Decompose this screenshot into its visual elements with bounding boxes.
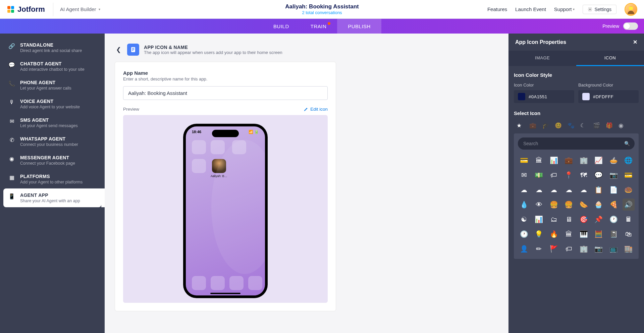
icon-option[interactable]: 💧 — [518, 199, 530, 211]
icon-option[interactable]: 🌭 — [578, 199, 590, 211]
icon-option[interactable]: 🔥 — [548, 228, 560, 240]
icon-option[interactable]: 🏢 — [578, 243, 590, 255]
icon-option[interactable]: 🌐 — [623, 154, 635, 166]
sidebar-item-voice-agent[interactable]: 🎙 VOICE AGENT Add voice Agent to your we… — [3, 95, 101, 113]
icon-option[interactable]: 🍔 — [548, 199, 560, 211]
agent-builder-dropdown[interactable]: AI Agent Builder ▾ — [60, 6, 101, 12]
panel-tab-icon[interactable]: ICON — [576, 51, 644, 66]
icon-option[interactable]: ☁ — [563, 184, 575, 196]
sidebar-item-sms-agent[interactable]: ✉ SMS AGENT Let your Agent send messages — [3, 113, 101, 132]
sidebar-item-standalone[interactable]: 🔗 STANDALONE Direct agent link and socia… — [3, 38, 101, 57]
sidebar-item-whatsapp-agent[interactable]: ✆ WHATSAPP AGENT Connect your business n… — [3, 132, 101, 151]
close-panel-button[interactable]: ✕ — [633, 39, 637, 45]
icon-color-input[interactable]: #0A1551 — [514, 90, 574, 103]
icon-option[interactable]: 🍕 — [607, 199, 620, 211]
icon-option[interactable]: 📋 — [593, 184, 605, 196]
icon-option[interactable]: ☁ — [518, 184, 530, 196]
sidebar-item-agent-app[interactable]: 📱 AGENT APP Share your AI Agent with an … — [3, 188, 101, 207]
icon-option[interactable]: 📌 — [593, 213, 605, 225]
icon-option[interactable]: 🏛 — [533, 154, 545, 166]
icon-option[interactable]: 🗺 — [578, 169, 590, 181]
sidebar-item-desc: Share your AI Agent with an app — [20, 199, 80, 203]
sidebar-item-messenger-agent[interactable]: ◉ MESSENGER AGENT Connect your Facebook … — [3, 151, 101, 170]
icon-category-tab[interactable]: ★ — [517, 122, 523, 128]
icon-option[interactable]: 💬 — [593, 169, 605, 181]
icon-option[interactable]: 📈 — [593, 154, 605, 166]
sidebar-item-chatbot-agent[interactable]: 💬 CHATBOT AGENT Add interactive chatbot … — [3, 57, 101, 76]
icon-option[interactable]: 👁 — [533, 199, 545, 211]
icon-option[interactable]: 💳 — [623, 169, 635, 181]
icon-option[interactable]: 🗂 — [548, 213, 560, 225]
icon-search-input[interactable] — [518, 137, 624, 150]
settings-button[interactable]: Settings — [583, 5, 616, 14]
sidebar-item-platforms[interactable]: ▦ PLATFORMS Add your Agent to other plat… — [3, 170, 101, 188]
logo[interactable]: Jotform — [7, 3, 53, 16]
launch-event-link[interactable]: Launch Event — [515, 6, 546, 12]
icon-option[interactable]: 🔊 — [623, 199, 635, 211]
panel-tab-image[interactable]: IMAGE — [508, 51, 576, 66]
icon-option[interactable]: 🎹 — [578, 228, 590, 240]
icon-category-tab[interactable]: 💼 — [529, 122, 535, 128]
conversations-link[interactable]: 2 total conversations — [285, 10, 359, 15]
icon-category-tab[interactable]: 🎁 — [606, 122, 612, 128]
icon-option[interactable]: 📺 — [607, 243, 620, 255]
app-name-input[interactable] — [123, 86, 328, 100]
icon-option[interactable]: 👤 — [518, 243, 530, 255]
support-dropdown[interactable]: Support▾ — [554, 6, 575, 12]
icon-option[interactable]: 🏢 — [578, 154, 590, 166]
icon-option[interactable]: 📷 — [593, 243, 605, 255]
icon-option[interactable]: 🧁 — [593, 199, 605, 211]
icon-option[interactable]: ☁ — [533, 184, 545, 196]
icon-option[interactable]: 📓 — [607, 228, 620, 240]
tab-train[interactable]: TRAIN — [300, 19, 337, 34]
svg-rect-2 — [7, 10, 10, 13]
back-button[interactable]: ❮ — [115, 45, 122, 55]
icon-option[interactable]: ☁ — [578, 184, 590, 196]
icon-option[interactable]: 📄 — [607, 184, 620, 196]
icon-option[interactable]: 📷 — [607, 169, 620, 181]
icon-option[interactable]: 📊 — [533, 213, 545, 225]
icon-option[interactable]: 🍩 — [623, 184, 635, 196]
preview-toggle[interactable] — [623, 22, 638, 30]
bg-color-label: Background Color — [578, 82, 639, 88]
sidebar-icon: ✆ — [8, 136, 15, 144]
tab-publish[interactable]: PUBLISH — [337, 19, 381, 34]
icon-option[interactable]: 🛍 — [623, 228, 635, 240]
icon-category-tab[interactable]: 😊 — [555, 122, 561, 128]
icon-category-tab[interactable]: ◉ — [619, 122, 625, 128]
icon-option[interactable]: 🚩 — [548, 243, 560, 255]
icon-option[interactable]: 📍 — [563, 169, 575, 181]
tab-build[interactable]: BUILD — [263, 19, 300, 34]
icon-option[interactable]: 📊 — [548, 154, 560, 166]
icon-option[interactable]: 🥧 — [607, 154, 620, 166]
icon-option[interactable]: ☁ — [548, 184, 560, 196]
icon-option[interactable]: ☯ — [518, 213, 530, 225]
icon-option[interactable]: 🕐 — [607, 213, 620, 225]
icon-option[interactable]: 🏷 — [563, 243, 575, 255]
icon-category-tab[interactable]: ☾ — [580, 122, 586, 128]
bg-color-input[interactable]: #DFDFFF — [578, 90, 639, 103]
edit-icon-link[interactable]: Edit icon — [304, 107, 328, 112]
icon-option[interactable]: ✏ — [533, 243, 545, 255]
icon-category-tab[interactable]: 🐾 — [568, 122, 574, 128]
icon-option[interactable]: 💵 — [533, 169, 545, 181]
icon-option[interactable]: 🖩 — [623, 213, 635, 225]
icon-option[interactable]: 🏬 — [623, 243, 635, 255]
gear-icon — [588, 7, 592, 12]
icon-option[interactable]: 🏛 — [563, 228, 575, 240]
icon-option[interactable]: 💳 — [518, 154, 530, 166]
icon-option[interactable]: 🎯 — [578, 213, 590, 225]
icon-category-tab[interactable]: 🎓 — [542, 122, 548, 128]
icon-option[interactable]: 💼 — [563, 154, 575, 166]
icon-option[interactable]: 🏷 — [548, 169, 560, 181]
icon-category-tab[interactable]: 🎬 — [593, 122, 599, 128]
icon-option[interactable]: 🧮 — [593, 228, 605, 240]
icon-option[interactable]: ✉ — [518, 169, 530, 181]
icon-option[interactable]: 🖥 — [563, 213, 575, 225]
icon-option[interactable]: 🕐 — [518, 228, 530, 240]
sidebar-item-phone-agent[interactable]: 📞 PHONE AGENT Let your Agent answer call… — [3, 76, 101, 95]
user-avatar[interactable] — [625, 3, 637, 16]
features-link[interactable]: Features — [487, 6, 507, 12]
icon-option[interactable]: 💡 — [533, 228, 545, 240]
icon-option[interactable]: 🍔 — [563, 199, 575, 211]
